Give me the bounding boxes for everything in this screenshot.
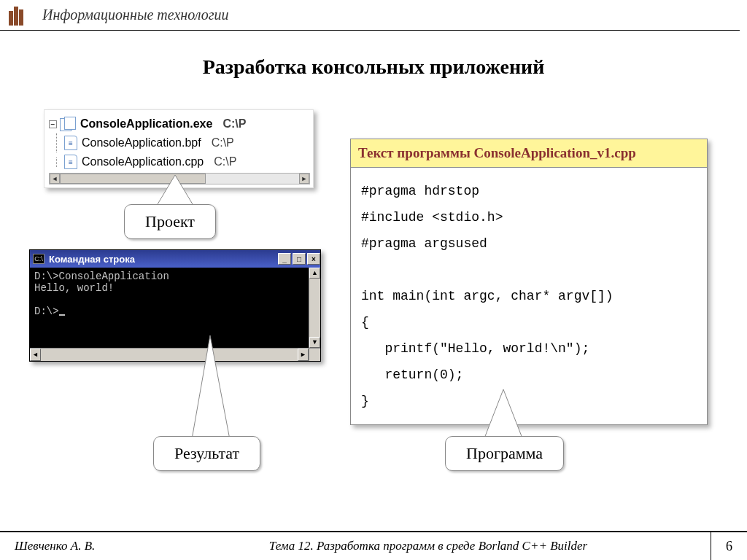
exe-file-icon <box>60 117 76 131</box>
cursor-icon <box>59 314 65 316</box>
cpp-file-icon: ≡ <box>64 155 77 169</box>
slide-header: Информационные технологии <box>0 0 740 31</box>
tree-item-name: ConsoleApplication.cpp <box>82 155 204 168</box>
console-window: C:\ Командная строка _ □ × D:\>ConsoleAp… <box>29 249 321 362</box>
scroll-down-icon[interactable]: ▼ <box>309 337 320 348</box>
tree-collapse-icon[interactable]: − <box>49 120 57 128</box>
vertical-scrollbar[interactable]: ▲ ▼ <box>309 268 320 348</box>
maximize-button[interactable]: □ <box>293 253 306 265</box>
tree-connector-icon <box>56 158 64 167</box>
tree-item-name: ConsoleApplication.exe <box>80 117 212 131</box>
bpf-file-icon: ≡ <box>64 136 77 150</box>
project-callout: Проект <box>124 204 216 239</box>
console-titlebar[interactable]: C:\ Командная строка _ □ × <box>30 250 320 268</box>
footer-author: Шевченко А. В. <box>0 539 146 553</box>
source-code-panel: Текст программы ConsoleApplication_v1.cp… <box>350 139 708 425</box>
tree-row[interactable]: ≡ ConsoleApplication.bpf C:\P <box>49 133 310 152</box>
course-title: Информационные технологии <box>42 7 228 23</box>
logo-icon <box>9 5 35 26</box>
callout-pointer-icon <box>182 335 241 445</box>
callout-label: Результат <box>174 444 239 462</box>
tree-row[interactable]: ≡ ConsoleApplication.cpp C:\P <box>49 152 310 171</box>
program-callout: Программа <box>445 436 564 471</box>
page-title: Разработка консольных приложений <box>0 55 747 79</box>
scroll-left-icon[interactable]: ◄ <box>30 349 41 361</box>
source-code: #pragma hdrstop #include <stdio.h> #prag… <box>351 168 707 424</box>
result-callout: Результат <box>153 436 260 471</box>
slide-footer: Шевченко А. В. Тема 12. Разработка прогр… <box>0 531 747 560</box>
horizontal-scrollbar[interactable]: ◄ ► <box>30 348 320 361</box>
tree-item-name: ConsoleApplication.bpf <box>82 136 201 149</box>
svg-marker-2 <box>483 389 524 442</box>
tree-item-path: C:\P <box>214 155 236 168</box>
close-button[interactable]: × <box>307 253 320 265</box>
page-number: 6 <box>711 532 747 560</box>
tree-connector-icon <box>56 133 64 152</box>
code-panel-title: Текст программы ConsoleApplication_v1.cp… <box>351 139 707 168</box>
callout-label: Проект <box>145 212 195 230</box>
tree-item-path: C:\P <box>212 136 234 149</box>
tree-row[interactable]: − ConsoleApplication.exe C:\P <box>49 114 310 133</box>
callout-label: Программа <box>466 444 543 462</box>
cmd-system-icon: C:\ <box>33 254 44 264</box>
scroll-right-icon[interactable]: ► <box>298 349 309 361</box>
svg-marker-1 <box>191 335 231 443</box>
scroll-left-icon[interactable]: ◄ <box>50 174 60 184</box>
minimize-button[interactable]: _ <box>278 253 291 265</box>
tree-item-path: C:\P <box>222 117 246 131</box>
console-output: D:\>ConsoleApplication Hello, world! D:\… <box>30 268 320 348</box>
resize-grip-icon[interactable] <box>309 349 320 361</box>
console-title-text: Командная строка <box>49 254 135 265</box>
scroll-right-icon[interactable]: ► <box>299 174 309 184</box>
scroll-up-icon[interactable]: ▲ <box>309 268 320 279</box>
footer-topic: Тема 12. Разработка программ в среде Bor… <box>146 539 711 553</box>
